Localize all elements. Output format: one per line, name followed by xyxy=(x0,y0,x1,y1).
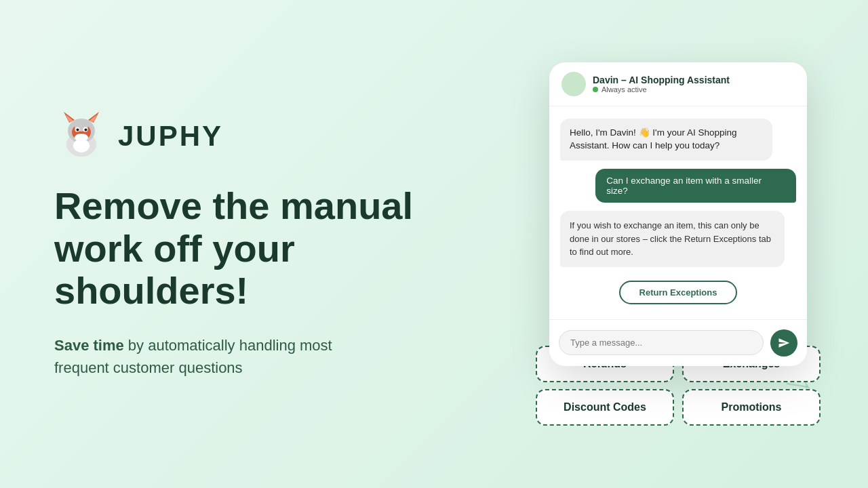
header-info: Davin – AI Shopping Assistant Always act… xyxy=(593,75,730,94)
send-button[interactable] xyxy=(770,329,797,357)
status-text: Always active xyxy=(601,85,647,94)
headline: Remove the manual work off your shoulder… xyxy=(54,185,488,312)
left-section: JUPHY Remove the manual work off your sh… xyxy=(0,68,529,420)
right-section: Davin – AI Shopping Assistant Always act… xyxy=(529,62,827,425)
return-exceptions-button[interactable]: Return Exceptions xyxy=(619,281,738,304)
logo-text: JUPHY xyxy=(118,120,223,152)
chat-input-area xyxy=(549,319,807,366)
quick-reply-discount-codes[interactable]: Discount Codes xyxy=(536,389,674,426)
chat-header: Davin – AI Shopping Assistant Always act… xyxy=(549,62,807,106)
quick-replies-row-2: Discount Codes Promotions xyxy=(536,389,821,426)
chat-card: Davin – AI Shopping Assistant Always act… xyxy=(549,62,807,365)
quick-reply-promotions[interactable]: Promotions xyxy=(682,389,821,426)
svg-point-14 xyxy=(73,139,90,152)
status-dot xyxy=(593,87,598,92)
agent-status: Always active xyxy=(593,85,730,94)
subtext-bold: Save time xyxy=(54,337,124,354)
svg-point-11 xyxy=(77,128,79,131)
msg-bot-2: If you wish to exchange an item, this ca… xyxy=(560,211,785,267)
agent-avatar xyxy=(561,72,586,96)
logo-area: JUPHY xyxy=(54,109,488,163)
chat-input[interactable] xyxy=(559,330,764,355)
svg-point-12 xyxy=(85,128,87,131)
msg-user-1: Can I exchange an item with a smaller si… xyxy=(595,169,796,203)
juphy-logo-icon xyxy=(54,109,108,163)
chat-messages: Hello, I'm Davin! 👋 I'm your AI Shopping… xyxy=(549,106,807,319)
msg-bot-1: Hello, I'm Davin! 👋 I'm your AI Shopping… xyxy=(560,119,772,161)
agent-name: Davin – AI Shopping Assistant xyxy=(593,75,730,85)
subtext: Save time by automatically handling most… xyxy=(54,334,380,379)
send-icon xyxy=(778,337,790,349)
